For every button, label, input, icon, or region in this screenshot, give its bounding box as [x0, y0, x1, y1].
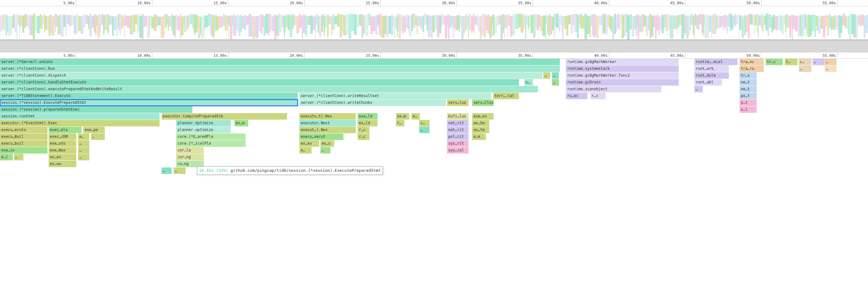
flame-node[interactable]: ex…Se [472, 120, 489, 127]
flame-node[interactable]: bufi…lus [447, 113, 469, 119]
flame-node[interactable]: core.(*…icalPla [176, 140, 246, 147]
flame-node[interactable]: ex…m [234, 120, 248, 127]
flame-node[interactable]: serv…Clos [472, 100, 494, 106]
flame-node[interactable]: tra…nc [740, 59, 764, 65]
flame-node[interactable]: net…rit [447, 120, 469, 127]
flame-node[interactable]: planner.optimize [176, 127, 231, 133]
flame-node[interactable]: … [419, 127, 430, 133]
flame-node[interactable]: core.(*E…aredPla [176, 134, 246, 140]
flame-node[interactable]: e… [299, 147, 311, 153]
flame-node[interactable]: exe…pe [83, 127, 105, 133]
flame-node[interactable]: … [825, 59, 837, 65]
flame-node[interactable]: planner.Optimize [176, 120, 231, 127]
flame-node[interactable]: ne…t [740, 86, 757, 93]
flame-node[interactable]: runtime.gcDrain [566, 79, 679, 85]
minimap-selection-band[interactable] [0, 40, 868, 52]
flame-node[interactable]: … [825, 66, 837, 72]
flame-node[interactable]: execu…xecut [299, 134, 344, 140]
flame-node[interactable]: pol…rit [447, 134, 469, 140]
flame-node[interactable]: … [543, 72, 550, 79]
flame-node[interactable]: e…m [472, 134, 486, 140]
flame-node[interactable]: c… [419, 120, 430, 127]
flame-node[interactable]: … [91, 134, 105, 140]
flame-graph[interactable]: server.(*Server).onConnruntime.gcBgMarkW… [0, 59, 868, 174]
flame-node[interactable]: e…l [0, 154, 13, 160]
flame-node[interactable]: … [552, 72, 559, 79]
flame-node[interactable]: ne…t [740, 79, 757, 85]
flame-node[interactable]: runt…ark_ [694, 66, 729, 72]
flame-node[interactable]: s… [524, 79, 533, 85]
flame-node[interactable]: server.(*clientConn).handleStmtExecute [0, 79, 519, 85]
flame-node[interactable]: server.(*clientConn).dispatch [0, 72, 542, 79]
flame-node[interactable]: c… [799, 59, 812, 65]
flame-node[interactable]: serv…lus [447, 100, 469, 106]
flame-node[interactable]: runtime.gcBgMarkWorker [566, 59, 679, 65]
flame-node[interactable]: r… [396, 120, 405, 127]
flame-node[interactable]: server.(*clientConn).writeChunks [299, 100, 446, 106]
flame-node[interactable]: terr….Cal [493, 93, 519, 99]
flame-node[interactable]: s…t [740, 100, 757, 106]
flame-node[interactable]: server.(*clientConn).Run [0, 66, 560, 72]
flame-node[interactable]: executor.CompitePreparedStm [162, 113, 287, 119]
flame-node[interactable]: server.(*clientConn).writeResultset [299, 93, 491, 99]
flame-node[interactable]: … [694, 86, 703, 93]
flame-node[interactable]: ex…u [320, 140, 334, 147]
flame-node[interactable]: r…c [358, 134, 370, 140]
flame-node[interactable]: session.runStmt [0, 113, 160, 119]
flame-node[interactable]: executor.(*ExecStmt).Exec [0, 120, 160, 127]
flame-node[interactable]: se…m [396, 113, 410, 119]
flame-node[interactable]: ex…ow [49, 161, 76, 167]
flame-node[interactable]: tr…s [740, 72, 757, 79]
flame-node[interactable]: executo…t).Nex [299, 113, 356, 119]
flame-node[interactable]: session.(*session).ExecutePreparedStmt [0, 100, 298, 106]
flame-node[interactable]: r…c [590, 93, 606, 99]
flame-node[interactable]: … [320, 147, 331, 153]
flame-node[interactable]: e… [78, 134, 89, 140]
flame-node[interactable]: ex…ld [358, 120, 377, 127]
flame-node[interactable]: runtim….mcal [694, 59, 738, 65]
flame-node[interactable]: server.(*clientConn).executePreparedStmt… [0, 86, 538, 93]
flame-node[interactable]: po…t [740, 93, 757, 99]
flame-node[interactable]: … [78, 147, 89, 153]
flame-node[interactable]: … [552, 79, 559, 85]
flame-node[interactable]: executor.Next [299, 120, 356, 127]
flame-node[interactable]: … [14, 154, 24, 160]
flame-node[interactable]: runtime.scanobject [566, 86, 661, 93]
flame-node[interactable]: runt…dule [694, 72, 729, 79]
flame-node[interactable]: net…rit [447, 127, 469, 133]
flame-node[interactable]: execu…buil [0, 140, 48, 147]
flame-node[interactable]: … [799, 66, 812, 72]
flame-node[interactable]: ex…ex [299, 140, 319, 147]
flame-node[interactable]: ex…ex [49, 154, 76, 160]
flame-node[interactable]: exe…io [0, 147, 48, 153]
flame-node[interactable]: exec…ela [49, 127, 82, 133]
flame-node[interactable]: tr…c [766, 59, 783, 65]
flame-node[interactable]: cor…la [176, 147, 204, 153]
flame-node[interactable]: execu…Buil [0, 134, 48, 140]
flame-node[interactable]: … [78, 154, 89, 160]
flame-node[interactable]: t… [785, 59, 798, 65]
flame-node[interactable]: runt…abl [694, 79, 722, 85]
flame-node[interactable]: cor…ng [176, 154, 204, 160]
flame-node[interactable]: sys…cal [447, 147, 469, 153]
flame-node[interactable]: … [813, 59, 825, 65]
flame-node[interactable]: tra…ru [740, 66, 764, 72]
flame-node[interactable]: server.(*Server).onConn [0, 59, 560, 65]
flame-node[interactable]: ru…ec [566, 93, 588, 99]
flame-node[interactable]: execut…).Nex [299, 127, 356, 133]
flame-node[interactable]: exe…uto [49, 140, 76, 147]
flame-node[interactable]: s…l [740, 106, 757, 113]
flame-node[interactable]: execu…ecuto [0, 127, 48, 133]
flame-node[interactable]: … [162, 168, 172, 174]
flame-node[interactable]: exe…ld [358, 113, 377, 119]
flame-node[interactable]: e… [411, 113, 420, 119]
flame-node[interactable]: server.(*TiDBStatement).Execute [0, 93, 298, 99]
flame-node[interactable]: runtime.systemstack [566, 66, 679, 72]
flame-node[interactable]: runtime.gcBgMarkWorker.func2 [566, 72, 679, 79]
flame-node[interactable]: … [78, 140, 89, 147]
flame-node[interactable]: exec…cDM [49, 134, 76, 140]
flame-node[interactable]: exe…Nex [49, 147, 76, 153]
minimap[interactable] [0, 6, 868, 40]
flame-node[interactable]: ex…tm [472, 127, 489, 133]
flame-node[interactable]: sys…rit [447, 140, 469, 147]
